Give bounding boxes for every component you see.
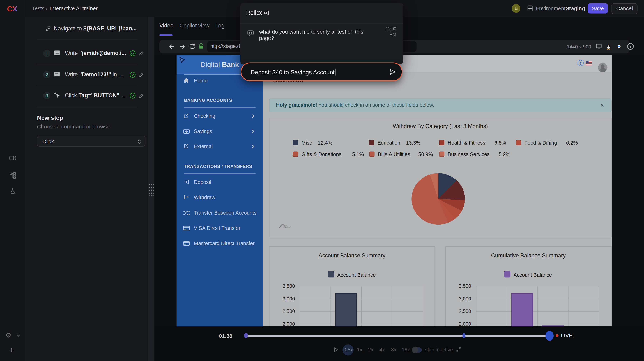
new-step-subtitle: Choose a command or browse xyxy=(37,124,110,130)
bank-sidebar: Digital Bank Home BANKING ACCOUNTS Check… xyxy=(177,55,263,326)
tab-copilot-view[interactable]: Copilot view xyxy=(180,23,209,29)
legend-item[interactable]: Education13.3% xyxy=(369,139,421,145)
step-row-3[interactable]: 3 Click Tag="BUTTON" ... xyxy=(25,86,148,108)
legend-item[interactable]: Business Services5.2% xyxy=(439,150,510,156)
speed-16x[interactable]: 16x xyxy=(402,347,410,353)
check-circle-icon xyxy=(130,92,136,99)
legend-swatch xyxy=(369,151,375,157)
skip-inactive-toggle[interactable] xyxy=(412,347,422,353)
step-row-2[interactable]: 2 Write "Demo123!" in ... xyxy=(25,64,148,86)
legend-item[interactable]: Health & Fitness6.8% xyxy=(439,139,506,145)
bank-section-transactions: TRANSACTIONS / TRANSFERS xyxy=(184,164,252,169)
mouse-cursor-icon xyxy=(178,56,186,64)
bank-nav-label: Withdraw xyxy=(194,195,215,200)
text-cursor xyxy=(335,69,336,76)
edit-pencil-icon[interactable] xyxy=(138,93,144,99)
add-icon[interactable]: + xyxy=(10,346,14,355)
bank-nav-label: Home xyxy=(194,78,208,84)
fullscreen-icon[interactable] xyxy=(456,347,462,352)
legend-item[interactable]: Gifts & Donations5.1% xyxy=(293,150,364,156)
send-icon[interactable] xyxy=(388,68,396,75)
divider xyxy=(184,173,256,174)
alert-banner: Holy guacamole! You should check in on s… xyxy=(269,99,612,112)
speed-4x[interactable]: 4x xyxy=(380,347,385,353)
command-select-value: Click xyxy=(42,138,54,144)
panel-resize-handle[interactable] xyxy=(148,17,154,361)
home-icon xyxy=(183,78,189,83)
gear-icon[interactable]: ⚙ xyxy=(6,331,11,339)
edit-pencil-icon[interactable] xyxy=(138,50,144,56)
legend-item[interactable]: Account Balance xyxy=(328,271,376,278)
cancel-button[interactable]: Cancel xyxy=(612,3,637,14)
breadcrumb-tests[interactable]: Tests xyxy=(32,5,44,11)
info-icon[interactable] xyxy=(627,43,634,50)
profile-photo[interactable] xyxy=(598,63,608,72)
bank-nav-deposit[interactable]: Deposit xyxy=(177,177,263,188)
skip-inactive-label: skip inactive xyxy=(425,347,453,353)
timeline-marker[interactable] xyxy=(462,333,466,338)
bank-nav-mastercard-transfer[interactable]: Mastercard Direct Transfer xyxy=(177,238,263,249)
step-label: Click Tag="BUTTON" ... xyxy=(65,92,126,98)
linux-icon[interactable] xyxy=(606,43,611,50)
speed-0-5x[interactable]: 0.5x xyxy=(344,347,353,353)
tab-video[interactable]: Video xyxy=(160,23,174,29)
timeline-track[interactable] xyxy=(246,335,552,337)
command-select[interactable]: Click xyxy=(37,136,145,147)
save-button[interactable]: Save xyxy=(588,3,608,13)
sitemap-icon[interactable] xyxy=(9,172,16,179)
ai-input-field[interactable]: Deposit $40 to Savings Account xyxy=(240,62,402,81)
forward-icon[interactable] xyxy=(178,43,186,50)
monitor-icon[interactable] xyxy=(596,43,602,50)
edit-pencil-icon[interactable] xyxy=(138,72,144,78)
bar[interactable] xyxy=(335,293,357,326)
timeline-start-handle[interactable] xyxy=(244,333,248,338)
bar-plot[interactable] xyxy=(476,286,599,326)
tab-log[interactable]: Log xyxy=(215,23,224,29)
legend-item[interactable]: Account Balance xyxy=(504,271,552,278)
account-balance-card: Account Balance Summary Account Balance … xyxy=(269,246,435,326)
back-icon[interactable] xyxy=(168,43,176,50)
bank-nav-withdraw[interactable]: Withdraw xyxy=(177,192,263,203)
video-camera-icon[interactable] xyxy=(9,155,16,161)
bank-nav-savings[interactable]: Savings xyxy=(177,126,263,137)
y-tick: 3,500 xyxy=(446,283,471,289)
speed-1x[interactable]: 1x xyxy=(357,347,362,353)
bank-nav-transfer-between[interactable]: Transfer Between Accounts xyxy=(177,208,263,218)
bank-nav-visa-transfer[interactable]: VISA Direct Transfer xyxy=(177,223,263,234)
bank-nav-external[interactable]: External xyxy=(177,141,263,152)
step-number: 1 xyxy=(43,50,50,57)
app-window: CX ⚙ + Tests › Interactive AI trainer ? … xyxy=(0,0,644,361)
environment-value[interactable]: Staging xyxy=(566,5,585,11)
timeline-playhead[interactable] xyxy=(545,331,554,341)
bar-plot[interactable] xyxy=(300,286,423,326)
video-frame[interactable]: Digital Bank Home BANKING ACCOUNTS Check… xyxy=(154,55,644,326)
bank-nav-label: Savings xyxy=(194,128,212,134)
play-icon[interactable] xyxy=(334,347,338,353)
user-avatar[interactable]: B xyxy=(512,4,520,13)
speed-2x[interactable]: 2x xyxy=(368,347,374,353)
us-flag-icon[interactable] xyxy=(586,61,592,65)
page-help-icon[interactable]: ? xyxy=(578,60,584,66)
speed-8x[interactable]: 8x xyxy=(391,347,396,353)
legend-item[interactable]: Misc12.4% xyxy=(293,139,332,145)
reload-icon[interactable] xyxy=(189,43,196,50)
left-rail: CX ⚙ + xyxy=(0,0,25,361)
y-tick: 2,500 xyxy=(446,308,471,314)
y-tick: 2,000 xyxy=(270,321,295,327)
environment-label: Environment xyxy=(536,5,566,11)
legend-swatch xyxy=(439,151,444,157)
flask-icon[interactable] xyxy=(10,187,16,195)
anychart-logo-icon xyxy=(278,223,294,229)
legend-item[interactable]: Bills & Utilities50.9% xyxy=(369,150,433,156)
step-row-1[interactable]: 1 Write "jsmith@demo.i... xyxy=(25,39,148,64)
bar-chart-title: Cumulative Balance Summary xyxy=(446,253,611,259)
step-navigate[interactable]: Navigate to ${BASE_URL}/ban... xyxy=(25,20,148,39)
chevron-down-icon[interactable] xyxy=(16,333,21,338)
bar[interactable] xyxy=(511,293,533,326)
cx-logo[interactable]: CX xyxy=(7,4,17,13)
pie-chart[interactable] xyxy=(412,173,465,225)
test-steps-panel: Navigate to ${BASE_URL}/ban... 1 Write "… xyxy=(25,17,148,361)
bank-nav-checking[interactable]: Checking xyxy=(177,111,263,121)
legend-item[interactable]: Food & Dining6.2% xyxy=(516,139,578,145)
alert-close-icon[interactable]: × xyxy=(600,101,604,108)
